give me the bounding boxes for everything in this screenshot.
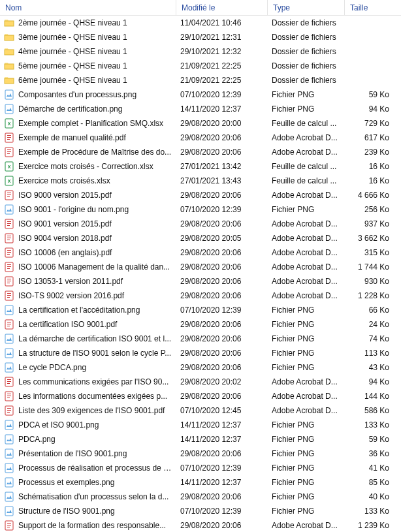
cell-name: Le cycle PDCA.png — [0, 362, 176, 373]
file-name: ISO 10006 (en anglais).pdf — [18, 248, 172, 257]
table-row[interactable]: Les communications exigées par l'ISO 90.… — [0, 375, 401, 389]
cell-modified: 29/08/2020 20:06 — [176, 392, 268, 401]
table-row[interactable]: Schématisation d'un processus selon la d… — [0, 490, 401, 504]
png-icon — [4, 448, 14, 459]
table-row[interactable]: Les informations documentées exigées p..… — [0, 389, 401, 403]
table-row[interactable]: Structure de l'ISO 9001.png07/10/2020 12… — [0, 504, 401, 518]
cell-name: ISO 10006 Management de la qualité dan..… — [0, 262, 176, 272]
file-name: Schématisation d'un processus selon la d… — [18, 492, 172, 501]
cell-type: Fichier PNG — [268, 104, 345, 114]
cell-name: La structure de l'ISO 9001 selon le cycl… — [0, 348, 176, 358]
cell-type: Fichier PNG — [268, 449, 345, 458]
table-row[interactable]: La certification et l'accéditation.png07… — [0, 303, 401, 317]
column-header-name[interactable]: Nom — [0, 0, 176, 15]
table-row[interactable]: Exemple de Procédure de Maîtrise des do.… — [0, 145, 401, 159]
cell-modified: 07/10/2020 12:39 — [176, 305, 268, 315]
table-row[interactable]: XExercice mots croisés - Correction.xlsx… — [0, 159, 401, 174]
cell-name: Les informations documentées exigées p..… — [0, 391, 176, 401]
file-name: PDCA.png — [18, 435, 172, 444]
cell-modified: 07/10/2020 12:39 — [176, 90, 268, 99]
table-row[interactable]: Processus de réalisation et processus de… — [0, 461, 401, 475]
file-name: Exemple de Procédure de Maîtrise des do.… — [18, 148, 172, 157]
table-row[interactable]: 3ème journée - QHSE niveau 129/10/2021 1… — [0, 30, 401, 44]
table-row[interactable]: Présentation de l'ISO 9001.png29/08/2020… — [0, 446, 401, 461]
cell-type: Fichier PNG — [268, 507, 345, 516]
file-name: ISO 9001 - l'origine du nom.png — [18, 205, 172, 214]
xlsx-icon: X — [4, 118, 14, 129]
table-row[interactable]: ISO 9001 version 2015.pdf29/08/2020 20:0… — [0, 217, 401, 231]
table-row[interactable]: ISO 10006 Management de la qualité dan..… — [0, 260, 401, 274]
png-icon — [4, 463, 14, 473]
table-row[interactable]: ISO 10006 (en anglais).pdf29/08/2020 20:… — [0, 245, 401, 260]
table-row[interactable]: Liste des 309 exigences de l'ISO 9001.pd… — [0, 403, 401, 418]
cell-modified: 21/09/2021 22:25 — [176, 61, 268, 70]
table-row[interactable]: ISO-TS 9002 version 2016.pdf29/08/2020 2… — [0, 289, 401, 303]
table-row[interactable]: Support de la formation des responsable.… — [0, 518, 401, 532]
table-row[interactable]: ISO 9000 version 2015.pdf29/08/2020 20:0… — [0, 188, 401, 202]
table-row[interactable]: Le cycle PDCA.png29/08/2020 20:06Fichier… — [0, 360, 401, 375]
cell-size: 256 Ko — [345, 205, 393, 214]
table-row[interactable]: La certification ISO 9001.pdf29/08/2020 … — [0, 317, 401, 332]
cell-modified: 29/08/2020 20:06 — [176, 363, 268, 372]
png-icon — [4, 420, 14, 430]
table-row[interactable]: PDCA et ISO 9001.png14/11/2020 12:37Fich… — [0, 418, 401, 432]
cell-size: 113 Ko — [345, 349, 393, 358]
cell-type: Fichier PNG — [268, 320, 345, 329]
cell-modified: 07/10/2020 12:39 — [176, 507, 268, 516]
table-row[interactable]: Composantes d'un processus.png07/10/2020… — [0, 87, 401, 102]
cell-size: 586 Ko — [345, 406, 393, 415]
table-row[interactable]: ISO 13053-1 version 2011.pdf29/08/2020 2… — [0, 274, 401, 289]
column-header-size[interactable]: Taille — [345, 0, 393, 15]
pdf-icon — [4, 247, 14, 258]
table-row[interactable]: Processus et exemples.png14/11/2020 12:3… — [0, 475, 401, 490]
folder-icon — [4, 32, 14, 42]
table-row[interactable]: Exemple de manuel qualité.pdf29/08/2020 … — [0, 131, 401, 145]
svg-rect-16 — [5, 205, 13, 214]
cell-name: Processus et exemples.png — [0, 477, 176, 488]
table-row[interactable]: 4ème journée - QHSE niveau 129/10/2021 1… — [0, 44, 401, 59]
table-row[interactable]: Démarche de certification.png14/11/2020 … — [0, 102, 401, 116]
cell-name: 2ème journée - QHSE niveau 1 — [0, 18, 176, 28]
pdf-icon — [4, 219, 14, 229]
cell-modified: 29/08/2020 20:00 — [176, 119, 268, 128]
table-row[interactable]: ISO 9004 version 2018.pdf29/08/2020 20:0… — [0, 231, 401, 245]
table-row[interactable]: XExercice mots croisés.xlsx27/01/2021 13… — [0, 174, 401, 188]
table-row[interactable]: XExemple complet - Planification SMQ.xls… — [0, 116, 401, 131]
table-row[interactable]: 6ème journée - QHSE niveau 121/09/2021 2… — [0, 73, 401, 87]
cell-size: 3 662 Ko — [345, 234, 393, 243]
table-row[interactable]: PDCA.png14/11/2020 12:37Fichier PNG59 Ko — [0, 432, 401, 446]
svg-rect-3 — [5, 64, 14, 69]
cell-type: Dossier de fichiers — [268, 33, 345, 42]
cell-name: La certification ISO 9001.pdf — [0, 319, 176, 330]
cell-type: Feuille de calcul ... — [268, 119, 345, 128]
cell-type: Fichier PNG — [268, 478, 345, 487]
file-name: Présentation de l'ISO 9001.png — [18, 449, 172, 458]
svg-rect-35 — [5, 478, 13, 487]
column-header-type[interactable]: Type — [268, 0, 345, 15]
png-icon — [4, 492, 14, 502]
svg-rect-34 — [5, 463, 13, 473]
cell-type: Adobe Acrobat D... — [268, 248, 345, 257]
cell-type: Dossier de fichiers — [268, 61, 345, 70]
cell-name: Support de la formation des responsable.… — [0, 520, 176, 531]
table-row[interactable]: La démarche de certification ISO 9001 et… — [0, 332, 401, 346]
cell-type: Adobe Acrobat D... — [268, 191, 345, 200]
file-name: 4ème journée - QHSE niveau 1 — [18, 47, 172, 56]
table-row[interactable]: ISO 9001 - l'origine du nom.png07/10/202… — [0, 202, 401, 217]
cell-name: ISO 10006 (en anglais).pdf — [0, 247, 176, 258]
cell-type: Adobe Acrobat D... — [268, 262, 345, 272]
cell-type: Dossier de fichiers — [268, 76, 345, 85]
column-header-modified[interactable]: Modifié le — [176, 0, 268, 15]
cell-name: Processus de réalisation et processus de… — [0, 463, 176, 473]
svg-rect-33 — [5, 449, 13, 458]
cell-type: Adobe Acrobat D... — [268, 277, 345, 286]
cell-type: Fichier PNG — [268, 420, 345, 430]
file-name: Exercice mots croisés - Correction.xlsx — [18, 162, 172, 171]
table-row[interactable]: 5ème journée - QHSE niveau 121/09/2021 2… — [0, 59, 401, 73]
cell-type: Fichier PNG — [268, 90, 345, 99]
cell-size: 239 Ko — [345, 148, 393, 157]
table-row[interactable]: 2ème journée - QHSE niveau 111/04/2021 1… — [0, 16, 401, 30]
cell-name: ISO 9000 version 2015.pdf — [0, 190, 176, 200]
cell-size: 85 Ko — [345, 478, 393, 487]
table-row[interactable]: La structure de l'ISO 9001 selon le cycl… — [0, 346, 401, 360]
